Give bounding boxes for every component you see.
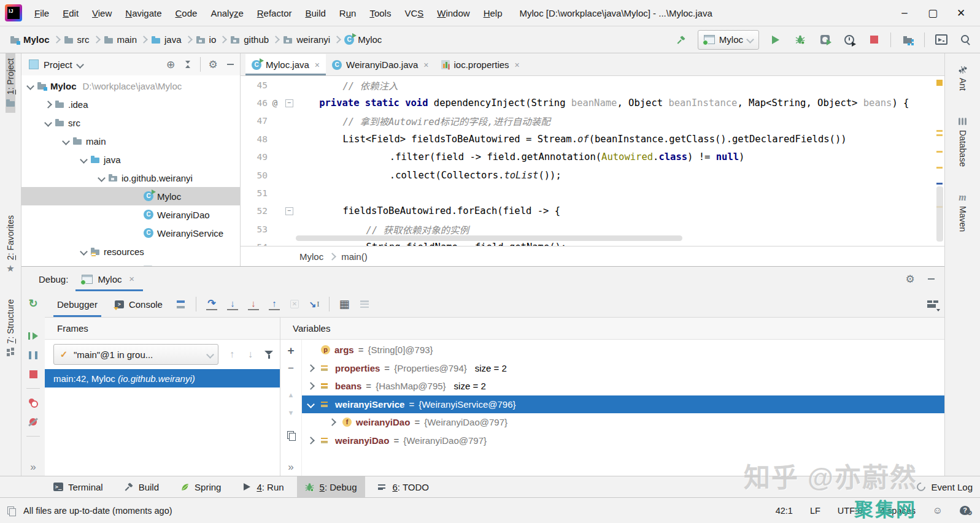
- menu-view[interactable]: View: [86, 6, 118, 21]
- tree-item-main[interactable]: main: [21, 132, 240, 150]
- code-line-47[interactable]: 47// 拿到被Autowired标记的字段,进行自动装配: [241, 112, 944, 130]
- stack-frame-row[interactable]: main:42, Myloc (io.github.weiranyi): [45, 369, 280, 387]
- code-line-45[interactable]: 45// 依赖注入: [241, 76, 944, 94]
- help-settings-icon[interactable]: [960, 506, 970, 515]
- debug-button[interactable]: [792, 32, 808, 48]
- collapse-all-icon[interactable]: [183, 59, 193, 69]
- tree-item-io.github.weiranyi[interactable]: io.github.weiranyi: [21, 169, 240, 187]
- sidebar-item-7-structure[interactable]: 7: Structure: [6, 294, 15, 362]
- tool-window-button-spring[interactable]: Spring: [172, 476, 229, 497]
- run-configuration-select[interactable]: Myloc: [698, 30, 759, 50]
- tree-expander-icon[interactable]: [98, 174, 106, 182]
- tool-window-button-4-run[interactable]: 4: Run: [234, 476, 291, 497]
- tree-item-myloc[interactable]: Myloc: [21, 187, 240, 205]
- tree-item-myloc[interactable]: MylocD:\workplace\java\Myloc: [21, 77, 240, 95]
- tree-expander-icon[interactable]: [62, 137, 70, 145]
- gear-icon[interactable]: [208, 59, 218, 69]
- close-icon[interactable]: [127, 274, 137, 284]
- caret-position[interactable]: 42:1: [776, 506, 793, 516]
- tree-expander-icon[interactable]: [44, 119, 52, 127]
- resume-icon[interactable]: [28, 331, 38, 341]
- tool-window-button-build[interactable]: Build: [116, 476, 167, 497]
- menu-tools[interactable]: Tools: [363, 6, 397, 21]
- breadcrumb-item-main[interactable]: main: [104, 34, 137, 45]
- more-icon[interactable]: [28, 462, 38, 472]
- menu-edit[interactable]: Edit: [56, 6, 85, 21]
- menu-run[interactable]: Run: [333, 6, 363, 21]
- variable-expander-icon[interactable]: [307, 400, 315, 408]
- variable-row-weiranyiDao[interactable]: weiranyiDao={WeiranyiDao@797}: [302, 413, 944, 432]
- menu-vcs[interactable]: VCS: [398, 6, 430, 21]
- stop-icon[interactable]: [28, 369, 38, 379]
- code-viewport[interactable]: 45// 依赖注入46@−private static void depende…: [241, 76, 944, 246]
- close-tab-icon[interactable]: ×: [315, 60, 320, 70]
- sidebar-item-database[interactable]: Database: [958, 112, 968, 172]
- maximize-button[interactable]: ▢: [919, 2, 947, 23]
- frame-down-icon[interactable]: [245, 349, 255, 359]
- line-ending[interactable]: LF: [810, 506, 820, 516]
- view-breakpoints-icon[interactable]: [28, 398, 38, 408]
- stream-trace-icon[interactable]: [359, 299, 370, 309]
- tree-expander-icon[interactable]: [44, 101, 52, 109]
- add-watch-icon[interactable]: [286, 346, 296, 356]
- build-button[interactable]: [673, 32, 689, 48]
- fold-icon[interactable]: −: [285, 99, 293, 107]
- code-line-46[interactable]: 46@−private static void dependencyInject…: [241, 94, 944, 112]
- breadcrumb-item-myloc[interactable]: Myloc: [10, 34, 50, 45]
- horizontal-scrollbar[interactable]: [296, 235, 682, 241]
- menu-code[interactable]: Code: [169, 6, 204, 21]
- stop-button[interactable]: [866, 32, 882, 48]
- tree-expander-icon[interactable]: [80, 248, 88, 256]
- evaluate-expression-icon[interactable]: [339, 299, 349, 309]
- tree-item-.idea[interactable]: .idea: [21, 95, 240, 113]
- menu-window[interactable]: Window: [431, 6, 476, 21]
- close-tab-icon[interactable]: ×: [423, 60, 428, 70]
- breadcrumb-item-myloc[interactable]: Myloc: [344, 34, 382, 45]
- tree-expander-icon[interactable]: [80, 156, 88, 164]
- move-up-icon[interactable]: [286, 390, 296, 400]
- event-log-button[interactable]: Event Log: [916, 482, 973, 492]
- tree-expander-icon[interactable]: [26, 82, 34, 90]
- code-line-50[interactable]: 50.collect(Collectors.toList());: [241, 166, 944, 184]
- breadcrumb-method[interactable]: main(): [341, 251, 368, 262]
- variable-expander-icon[interactable]: [307, 382, 315, 390]
- close-tab-icon[interactable]: ×: [515, 60, 520, 70]
- variable-row-properties[interactable]: properties={Properties@794}size = 2: [302, 359, 944, 378]
- warning-mark[interactable]: [936, 134, 943, 136]
- vertical-scrollbar[interactable]: [936, 186, 943, 242]
- menu-help[interactable]: Help: [477, 6, 509, 21]
- tab-debugger[interactable]: Debugger: [53, 291, 101, 317]
- variable-expander-icon[interactable]: [307, 364, 315, 372]
- run-anything-button[interactable]: [933, 32, 949, 48]
- sidebar-item-maven[interactable]: Maven: [958, 188, 968, 237]
- tree-item-src[interactable]: src: [21, 113, 240, 132]
- pause-icon[interactable]: [28, 350, 38, 360]
- search-everywhere-button[interactable]: [958, 32, 974, 48]
- warning-mark[interactable]: [936, 167, 943, 169]
- breadcrumb-class[interactable]: Myloc: [299, 251, 323, 262]
- tree-item-weiranyidao[interactable]: WeiranyiDao: [21, 205, 240, 224]
- tree-item-weiranyiservice[interactable]: WeiranyiService: [21, 224, 240, 242]
- mute-breakpoints-icon[interactable]: [28, 417, 38, 427]
- tree-item-java[interactable]: java: [21, 150, 240, 169]
- variable-expander-icon[interactable]: [307, 437, 315, 445]
- gear-icon[interactable]: [905, 274, 915, 284]
- editor-tab-ioc-properties[interactable]: ioc.properties×: [435, 54, 526, 75]
- locate-file-icon[interactable]: [166, 59, 176, 69]
- sidebar-item-ant[interactable]: Ant: [958, 59, 968, 96]
- force-step-into-button[interactable]: [248, 298, 259, 310]
- thread-select[interactable]: "main"@1 in grou...: [53, 344, 218, 365]
- tool-window-button-terminal[interactable]: Terminal: [45, 476, 111, 497]
- run-button[interactable]: [768, 32, 784, 48]
- breadcrumb-item-java[interactable]: java: [151, 34, 182, 45]
- code-line-52[interactable]: 52−fieldsToBeAutowired.forEach(field -> …: [241, 202, 944, 220]
- more-icon[interactable]: [286, 462, 296, 472]
- breadcrumb-item-github[interactable]: github: [230, 34, 269, 45]
- variable-row-beans[interactable]: beans={HashMap@795}size = 2: [302, 377, 944, 395]
- menu-build[interactable]: Build: [299, 6, 331, 21]
- tree-item-partial[interactable]: [21, 261, 240, 266]
- hide-panel-icon[interactable]: [225, 59, 235, 69]
- restore-layout-icon[interactable]: [927, 299, 937, 309]
- code-line-51[interactable]: 51: [241, 184, 944, 202]
- menu-file[interactable]: File: [28, 6, 55, 21]
